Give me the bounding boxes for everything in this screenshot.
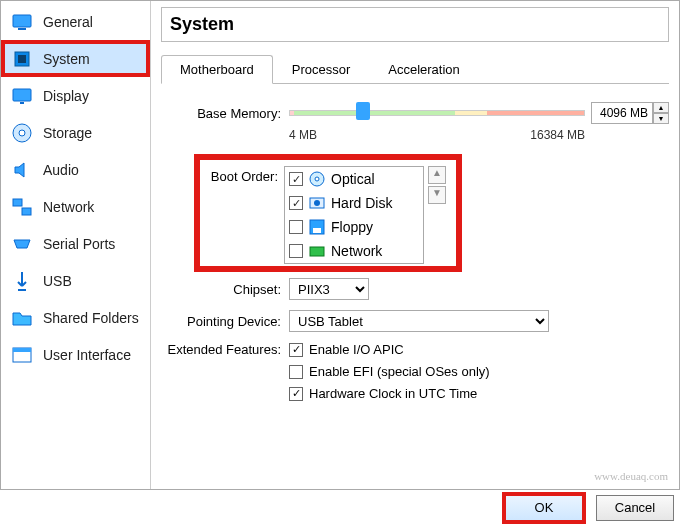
feature-label: Enable EFI (special OSes only) [309,364,490,379]
base-memory-input[interactable] [591,102,653,124]
svg-rect-1 [18,28,26,30]
boot-item-harddisk[interactable]: ✓ Hard Disk [285,191,423,215]
chipset-label: Chipset: [161,282,289,297]
svg-rect-0 [13,15,31,27]
tab-motherboard[interactable]: Motherboard [161,55,273,84]
boot-item-label: Network [331,243,382,259]
boot-move-down-button[interactable]: ▼ [428,186,446,204]
boot-item-floppy[interactable]: Floppy [285,215,423,239]
system-tabs: Motherboard Processor Acceleration [161,54,669,84]
sidebar-item-usb[interactable]: USB [1,262,150,299]
feature-label: Hardware Clock in UTC Time [309,386,477,401]
base-memory-slider[interactable]: 4 MB 16384 MB [289,98,585,128]
sidebar-item-label: USB [43,273,72,289]
boot-item-label: Optical [331,171,375,187]
base-memory-label: Base Memory: [161,106,289,121]
checkbox-icon[interactable]: ✓ [289,387,303,401]
tab-processor[interactable]: Processor [273,55,370,84]
sidebar-item-label: System [43,51,90,67]
sidebar-item-label: Network [43,199,94,215]
sidebar-item-network[interactable]: Network [1,188,150,225]
settings-main-panel: System Motherboard Processor Acceleratio… [151,1,679,489]
feature-label: Enable I/O APIC [309,342,404,357]
sidebar-item-display[interactable]: Display [1,77,150,114]
sidebar-item-general[interactable]: General [1,3,150,40]
sidebar-item-system[interactable]: System [1,40,150,77]
checkbox-icon[interactable]: ✓ [289,172,303,186]
hard-disk-icon [308,194,326,212]
boot-item-label: Floppy [331,219,373,235]
pointing-device-select[interactable]: USB Tablet [289,310,549,332]
sidebar-item-label: General [43,14,93,30]
svg-rect-8 [13,199,22,206]
page-title: System [161,7,669,42]
optical-disc-icon [308,170,326,188]
chipset-select[interactable]: PIIX3 [289,278,369,300]
ok-button-highlight: OK [502,492,586,524]
disk-icon [11,122,33,144]
sidebar-item-shared-folders[interactable]: Shared Folders [1,299,150,336]
speaker-icon [11,159,33,181]
feature-efi[interactable]: Enable EFI (special OSes only) [289,364,490,379]
boot-order-section: Boot Order: ✓ Optical ✓ Hard Disk [198,158,458,268]
feature-utc-clock[interactable]: ✓ Hardware Clock in UTC Time [289,386,490,401]
sidebar-item-label: Display [43,88,89,104]
base-memory-spinner[interactable]: ▲▼ [653,102,669,124]
boot-item-label: Hard Disk [331,195,392,211]
sidebar-item-label: Serial Ports [43,236,115,252]
ui-icon [11,344,33,366]
usb-icon [11,270,33,292]
svg-point-13 [315,177,319,181]
sidebar-item-storage[interactable]: Storage [1,114,150,151]
settings-sidebar: General System Display Storage Audio [1,1,151,489]
sidebar-item-user-interface[interactable]: User Interface [1,336,150,373]
boot-order-list[interactable]: ✓ Optical ✓ Hard Disk Floppy [284,166,424,264]
folder-icon [11,307,33,329]
sidebar-item-label: User Interface [43,347,131,363]
boot-item-optical[interactable]: ✓ Optical [285,167,423,191]
svg-rect-4 [13,89,31,101]
network-adapter-icon [308,242,326,260]
checkbox-icon[interactable]: ✓ [289,343,303,357]
sidebar-item-label: Audio [43,162,79,178]
sidebar-item-audio[interactable]: Audio [1,151,150,188]
svg-rect-3 [18,55,26,63]
pointing-device-label: Pointing Device: [161,314,289,329]
ok-button[interactable]: OK [505,495,583,521]
boot-move-up-button[interactable]: ▲ [428,166,446,184]
svg-rect-11 [13,348,31,352]
boot-order-label: Boot Order: [204,166,284,184]
monitor-icon [11,11,33,33]
svg-rect-17 [313,228,321,233]
watermark-text: www.deuaq.com [594,470,668,482]
svg-rect-18 [310,247,324,256]
sidebar-item-serial-ports[interactable]: Serial Ports [1,225,150,262]
boot-item-network[interactable]: Network [285,239,423,263]
floppy-icon [308,218,326,236]
checkbox-icon[interactable] [289,220,303,234]
feature-io-apic[interactable]: ✓ Enable I/O APIC [289,342,490,357]
chip-icon [11,48,33,70]
display-icon [11,85,33,107]
tab-acceleration[interactable]: Acceleration [369,55,479,84]
sidebar-item-label: Shared Folders [43,310,139,326]
extended-features-label: Extended Features: [161,342,289,357]
checkbox-icon[interactable] [289,365,303,379]
checkbox-icon[interactable] [289,244,303,258]
base-memory-max: 16384 MB [530,128,585,142]
dialog-footer: OK Cancel [502,490,674,526]
serial-port-icon [11,233,33,255]
svg-point-7 [19,130,25,136]
checkbox-icon[interactable]: ✓ [289,196,303,210]
base-memory-min: 4 MB [289,128,317,142]
sidebar-item-label: Storage [43,125,92,141]
svg-rect-9 [22,208,31,215]
cancel-button[interactable]: Cancel [596,495,674,521]
svg-rect-5 [20,102,24,104]
network-icon [11,196,33,218]
svg-point-15 [314,200,320,206]
